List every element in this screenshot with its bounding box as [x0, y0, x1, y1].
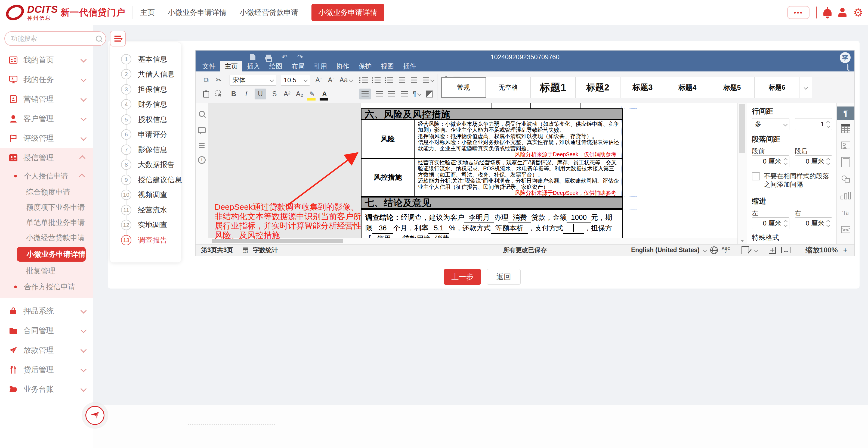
fill-amount[interactable]: 1000 [567, 212, 591, 223]
back-button[interactable]: 返回 [487, 269, 521, 285]
copy-icon[interactable]: ⧉ [202, 75, 210, 85]
select-icon[interactable] [215, 89, 223, 99]
align-left-icon[interactable] [359, 89, 371, 99]
step-guarantee-info[interactable]: 3担保信息 [110, 82, 181, 97]
sidebar-item-customers[interactable]: 客户管理 [0, 109, 93, 129]
tab-protect[interactable]: 保护 [354, 61, 376, 71]
sidebar-item-contracts[interactable]: 合同管理 [0, 321, 93, 340]
tab-layout[interactable]: 布局 [287, 61, 309, 71]
line-spacing-icon[interactable] [423, 75, 434, 85]
tab-file[interactable]: 文件 [198, 61, 220, 71]
sidebar-link-single-batch[interactable]: 单笔单批业务申请 [0, 215, 93, 230]
step-field-survey[interactable]: 12实地调查 [110, 218, 181, 233]
style-heading1[interactable]: 标题1 [531, 77, 576, 98]
sidebar-link-micro-loan-apply[interactable]: 小微经营贷款申请 [0, 230, 93, 245]
strikethrough-icon[interactable]: S [270, 89, 279, 99]
tab-collaborate[interactable]: 协作 [332, 61, 354, 71]
text-art-panel-tab[interactable]: Ta [837, 204, 855, 221]
spellcheck-icon[interactable]: ABC✓ [722, 246, 731, 254]
style-heading3[interactable]: 标题3 [620, 77, 665, 98]
mail-merge-panel-tab[interactable] [837, 221, 855, 238]
justify-icon[interactable] [400, 89, 408, 99]
sidebar-item-collateral[interactable]: 押品系统 [0, 301, 93, 321]
spacing-after-input[interactable]: 0 厘米 [795, 156, 832, 167]
notifications-bell-icon[interactable] [824, 9, 832, 16]
nav-micro-detail[interactable]: 小微业务申请详情 [168, 8, 226, 18]
document-canvas[interactable]: 六、风险及风控措施 风险 经营风险：小微企业市场竞争力弱，易受行业波动（如政策变… [208, 103, 738, 244]
font-color-icon[interactable]: A [320, 89, 329, 99]
info-icon[interactable]: i [198, 156, 206, 164]
menu-collapse-button[interactable] [110, 31, 126, 46]
step-credit-suggestion[interactable]: 9授信建议信息 [110, 172, 181, 187]
fill-loan-type[interactable]: 消费 [508, 212, 531, 223]
vscroll-thumb[interactable] [739, 104, 745, 153]
table-panel-tab[interactable] [837, 120, 855, 137]
page-panel-tab[interactable] [837, 154, 855, 171]
tab-draw[interactable]: 绘图 [265, 61, 287, 71]
sidebar-subgroup-partner-credit[interactable]: 合作方授信申请 [0, 278, 93, 295]
tab-home[interactable]: 主页 [220, 61, 242, 71]
sidebar-item-credit-management[interactable]: 授信管理 [0, 148, 93, 168]
previous-step-button[interactable]: 上一步 [444, 269, 481, 285]
collaborator-avatar[interactable]: 李 [840, 52, 850, 63]
bullet-list-icon[interactable] [359, 75, 368, 85]
style-heading5[interactable]: 标题5 [710, 77, 755, 98]
font-family-select[interactable]: 宋体 [229, 75, 276, 85]
fill-customer-name[interactable]: 李明月 [464, 212, 494, 223]
scroll-down-button[interactable] [738, 238, 747, 244]
floating-send-button[interactable] [85, 406, 104, 425]
sidebar-item-marketing[interactable]: 营销管理 [0, 90, 93, 109]
style-heading4[interactable]: 标题4 [665, 77, 710, 98]
zoom-out-button[interactable]: − [796, 246, 800, 254]
sidebar-item-post-loan[interactable]: 贷后管理 [0, 360, 93, 380]
user-profile-icon[interactable] [838, 8, 847, 17]
style-heading2[interactable]: 标题2 [576, 77, 620, 98]
nav-micro-detail-active[interactable]: 小微业务申请详情 [311, 4, 384, 21]
function-search-input[interactable] [10, 35, 96, 43]
highlight-pen-icon[interactable]: ✎ [308, 89, 316, 99]
step-bigdata-report[interactable]: 8大数据报告 [110, 157, 181, 173]
subscript-icon[interactable]: A₂ [296, 89, 304, 99]
fill-payment-method[interactable] [563, 223, 584, 234]
fill-rate[interactable]: 5.1 [428, 223, 449, 234]
function-search-box[interactable] [4, 31, 106, 46]
underline-icon[interactable]: U [255, 89, 266, 99]
step-survey-report[interactable]: 13调查报告 [110, 233, 181, 248]
settings-gear-icon[interactable]: ⚙ [853, 7, 863, 18]
style-normal[interactable]: 常规 [441, 77, 486, 98]
globe-icon[interactable] [710, 246, 718, 254]
line-spacing-value-input[interactable]: 1 [795, 118, 832, 130]
outline-icon[interactable] [199, 145, 205, 146]
change-case-icon[interactable]: Aa [339, 75, 352, 85]
superscript-icon[interactable]: A² [283, 89, 291, 99]
decrease-font-icon[interactable]: Aˇ [327, 75, 335, 85]
italic-icon[interactable]: I [242, 89, 250, 99]
fill-repayment-method[interactable]: 等额本析 [491, 223, 528, 234]
step-business-flow[interactable]: 11经营流水 [110, 202, 181, 218]
fill-term[interactable]: 36 [372, 223, 393, 234]
fit-page-icon[interactable] [769, 247, 776, 254]
image-panel-tab[interactable] [837, 137, 855, 154]
increase-font-icon[interactable]: Aˆ [314, 75, 322, 85]
spacing-before-input[interactable]: 0 厘米 [752, 156, 789, 167]
fit-width-icon[interactable]: ↔ [781, 247, 790, 253]
chart-panel-tab[interactable] [837, 187, 855, 204]
style-no-spacing[interactable]: 无空格 [486, 77, 531, 98]
vertical-scrollbar[interactable] [738, 103, 747, 244]
numbered-list-icon[interactable] [372, 75, 380, 85]
shading-fill-icon[interactable] [425, 89, 433, 99]
tab-plugins[interactable]: 插件 [399, 61, 421, 71]
align-center-icon[interactable] [375, 89, 383, 99]
step-image-info[interactable]: 7影像信息 [110, 142, 181, 157]
no-gap-checkbox-row[interactable]: 不要在相同样式的段落之间添加间隔 [752, 172, 832, 188]
sidebar-link-approval-management[interactable]: 批复管理 [0, 263, 93, 278]
align-right-icon[interactable] [388, 89, 396, 99]
zoom-in-button[interactable]: + [843, 246, 847, 254]
sidebar-link-quota-business[interactable]: 额度项下业务申请 [0, 200, 93, 215]
tab-references[interactable]: 引用 [309, 61, 332, 71]
sidebar-subgroup-personal-credit[interactable]: 个人授信申请 [0, 168, 93, 184]
step-authorization-info[interactable]: 5授权信息 [110, 112, 181, 127]
more-actions-button[interactable]: ••• [787, 6, 809, 19]
sidebar-item-rating[interactable]: 评级管理 [0, 129, 93, 148]
nav-micro-loan-apply[interactable]: 小微经营贷款申请 [240, 8, 299, 18]
